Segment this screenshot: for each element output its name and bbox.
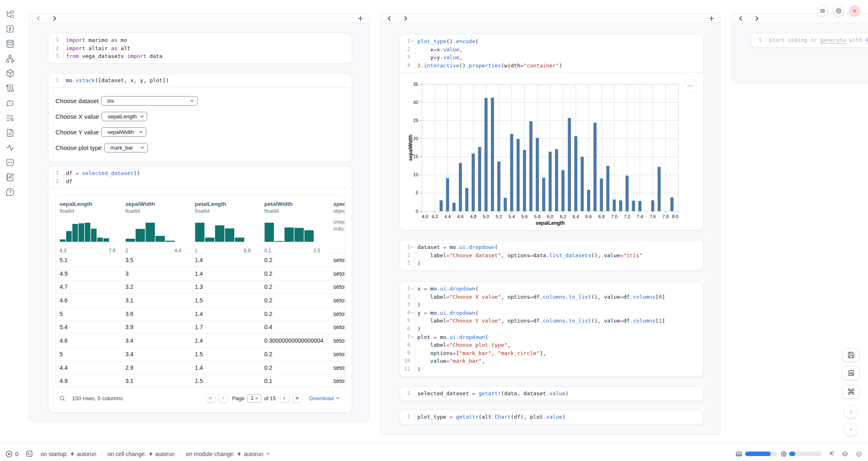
search-icon[interactable] (59, 395, 65, 401)
notebook-menu-button[interactable] (817, 5, 828, 16)
table-row[interactable]: 53.41.50.2setosa (55, 347, 345, 361)
cell-imports[interactable]: 1import marimo as mo2import altair as al… (48, 33, 352, 64)
errors-indicator-icon[interactable] (5, 450, 13, 458)
code-editor[interactable]: 1df = selected_dataset()2df (48, 166, 352, 188)
interrupt-button[interactable] (844, 405, 858, 419)
add-column-icon[interactable] (357, 15, 364, 22)
connection-status-icon[interactable] (856, 451, 862, 457)
code-editor[interactable]: 1plot_type().encode(2 x=x.value,3 y=y.va… (400, 35, 703, 72)
table-column-header[interactable]: petalLengthfloat6416.9 (195, 201, 257, 254)
help-question-icon[interactable] (6, 188, 14, 196)
next-page-button[interactable] (280, 394, 289, 403)
first-page-button[interactable] (206, 394, 215, 403)
fold-gutter (59, 36, 63, 44)
settings-button[interactable] (833, 5, 844, 16)
on-module-change-toggle[interactable]: on module change: autorun (186, 451, 271, 457)
text-search-icon[interactable] (6, 114, 14, 122)
on-startup-toggle[interactable]: on startup: autorun (41, 451, 97, 457)
ai-sparkles-icon[interactable] (829, 451, 835, 457)
scroll-text-icon[interactable] (6, 84, 14, 92)
table-row[interactable]: 5.43.91.70.4setosa (55, 320, 345, 334)
column-prev-icon[interactable] (35, 15, 42, 22)
layout-toggle-button[interactable] (842, 366, 860, 380)
fold-chevron-icon[interactable] (410, 243, 415, 251)
table-row[interactable]: 5.13.51.40.2setosa (55, 253, 345, 267)
table-row[interactable]: 53.61.40.2setosa (55, 307, 345, 320)
column-type: float64 (60, 208, 122, 214)
code-editor[interactable]: 1dataset = mo.ui.dropdown(2 label="Choos… (400, 240, 703, 270)
code-editor[interactable]: 1x = mo.ui.dropdown(2 label="Choose X va… (400, 282, 703, 376)
table-cell: 3.4 (125, 351, 133, 357)
generate-with-ai-link[interactable]: generate (820, 37, 846, 43)
database-icon[interactable] (6, 39, 14, 48)
function-square-icon[interactable] (6, 25, 14, 33)
add-column-icon[interactable] (708, 15, 715, 22)
terminal-icon[interactable] (26, 450, 33, 457)
scratchpad-notebook-icon[interactable] (6, 173, 14, 182)
bar (613, 200, 616, 211)
table-row[interactable]: 4.73.21.30.2setosa (55, 280, 345, 294)
cell-plot[interactable]: 1plot_type().encode(2 x=x.value,3 y=y.va… (399, 34, 704, 230)
package-icon[interactable] (6, 69, 14, 78)
fold-chevron-icon[interactable] (410, 309, 415, 317)
file-tree-icon[interactable] (6, 10, 14, 18)
tracing-activity-icon[interactable] (6, 143, 14, 152)
fold-chevron-icon[interactable] (410, 333, 415, 341)
cell-plot-type[interactable]: 1plot_type = getattr(alt.Chart(df), plot… (399, 410, 704, 424)
table-row[interactable]: 4.63.11.50.2setosa (55, 293, 345, 307)
code-editor[interactable]: 1selected_dataset = getattr(data, datase… (400, 387, 703, 401)
download-link[interactable]: Download (309, 395, 340, 401)
code-line: 2df (51, 177, 349, 186)
code-line: 1 Start coding or generate with AI (754, 36, 868, 44)
fold-gutter (59, 52, 63, 60)
command-palette-button[interactable] (842, 385, 860, 399)
table-column-header[interactable]: petalWidthfloat640.12.5 (264, 201, 327, 254)
dropdown-select[interactable]: mark_bar (104, 143, 148, 152)
dropdown-select[interactable]: sepalLength (102, 112, 147, 121)
table-row[interactable]: 4.931.40.2setosa (55, 267, 345, 280)
cell-selected-dataset[interactable]: 1selected_dataset = getattr(data, datase… (399, 386, 704, 401)
column-next-icon[interactable] (51, 15, 58, 22)
code-editor[interactable]: 1plot_type = getattr(alt.Chart(df), plot… (400, 410, 703, 424)
documentation-icon[interactable] (6, 129, 14, 137)
cell-dataset-dropdown[interactable]: 1dataset = mo.ui.dropdown(2 label="Choos… (399, 240, 704, 271)
cell-new-empty[interactable]: 1 Start coding or generate with AI (751, 33, 868, 48)
column-next-icon[interactable] (402, 15, 409, 22)
svg-text:20: 20 (413, 136, 418, 141)
table-column-header[interactable]: sepalWidthfloat6424.4 (125, 201, 188, 254)
fold-chevron-icon[interactable] (410, 37, 415, 46)
cell-vstack[interactable]: 1mo.vstack([dataset, x, y, plot]) Choose… (48, 73, 352, 162)
table-cell: 4.6 (60, 337, 67, 344)
table-row[interactable]: 4.42.91.40.2setosa (55, 361, 345, 374)
table-column-header[interactable]: sepalLengthfloat644.37.9 (60, 201, 122, 254)
table-row[interactable]: 4.93.11.50.1setosa (55, 374, 345, 387)
column-prev-icon[interactable] (737, 15, 744, 22)
fold-gutter (410, 251, 415, 260)
code-editor[interactable]: 1import marimo as mo2import altair as al… (48, 33, 352, 63)
column-next-icon[interactable] (753, 15, 761, 22)
cell-dataframe[interactable]: 1df = selected_dataset()2df sepalLengthf… (48, 166, 352, 413)
on-cell-change-toggle[interactable]: on cell change: autorun (107, 451, 175, 457)
dropdown-select[interactable]: sepalWidth (101, 127, 146, 137)
code-editor[interactable]: 1 Start coding or generate with AI (751, 33, 868, 47)
code-line: 2import altair as alt (51, 44, 349, 53)
column-prev-icon[interactable] (386, 15, 393, 22)
table-column-header[interactable]: speciesobjectuniquenulls: (333, 201, 345, 233)
fold-chevron-icon[interactable] (410, 285, 415, 293)
dependency-graph-icon[interactable] (6, 54, 14, 63)
prev-page-button[interactable] (219, 394, 228, 403)
shutdown-button[interactable] (849, 5, 860, 16)
run-all-button[interactable] (844, 422, 858, 436)
svg-text:6.6: 6.6 (586, 214, 592, 219)
svg-text:30: 30 (413, 100, 418, 105)
copilot-icon[interactable] (842, 451, 848, 457)
save-button[interactable] (842, 348, 860, 362)
cell-xy-plot-dropdowns[interactable]: 1x = mo.ui.dropdown(2 label="Choose X va… (399, 281, 704, 377)
code-editor[interactable]: 1mo.vstack([dataset, x, y, plot]) (48, 74, 352, 88)
page-select[interactable]: 1 (247, 394, 261, 403)
last-page-button[interactable] (293, 394, 302, 403)
snippets-code-icon[interactable] (6, 158, 14, 167)
table-row[interactable]: 4.63.41.40.30000000000000004setosa (55, 334, 345, 347)
dropdown-select[interactable]: iris (101, 96, 198, 106)
ai-chat-bot-icon[interactable] (6, 99, 14, 107)
